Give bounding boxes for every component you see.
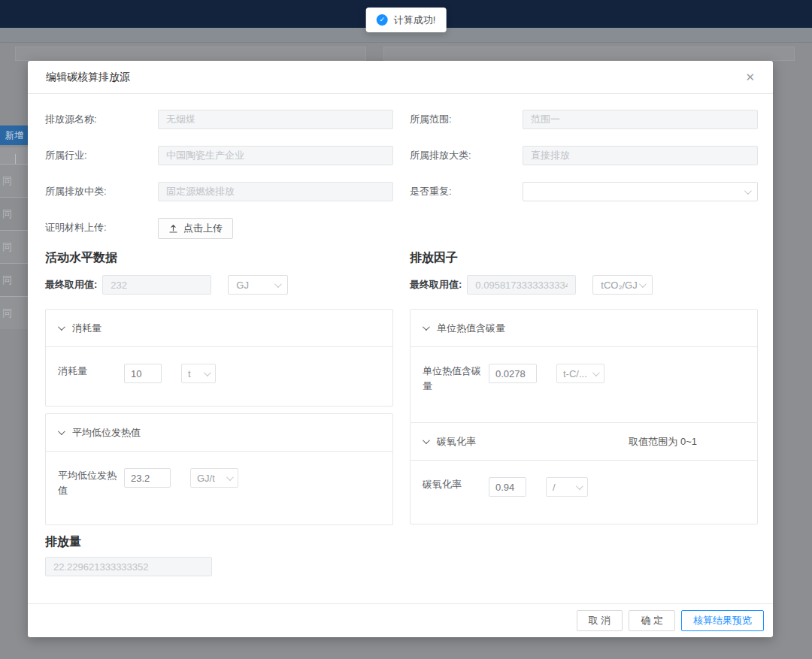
chevron-down-icon — [58, 428, 65, 435]
field-label: 所属排放大类: — [410, 146, 523, 165]
carbon-content-unit-select[interactable]: t-C/... — [556, 364, 604, 383]
chevron-down-icon — [204, 369, 211, 376]
consumption-panel: 消耗量 消耗量 t — [45, 309, 393, 407]
oxidation-rate-input[interactable] — [489, 477, 526, 497]
activity-section: 活动水平数据 最终取用值: GJ 消耗量 消耗量 — [45, 250, 393, 525]
upload-button-label: 点击上传 — [183, 222, 223, 235]
table-row: 同 — [0, 296, 28, 329]
carbon-content-input[interactable] — [489, 364, 537, 383]
unit-value: tCO₂/GJ — [601, 280, 637, 291]
edit-emission-source-modal: 编辑碳核算排放源 ✕ 排放源名称: 所属范围: 所属行业: 所属排放大类: 所属… — [28, 61, 773, 637]
carbon-content-panel-header[interactable]: 单位热值含碳量 — [411, 310, 757, 347]
form-grid: 排放源名称: 所属范围: 所属行业: 所属排放大类: 所属排放中类: 是否重复: — [45, 110, 758, 239]
factor-unit-select[interactable]: tCO₂/GJ — [592, 275, 653, 295]
field-duplicate: 是否重复: — [410, 182, 758, 201]
chevron-down-icon — [226, 473, 234, 481]
table-row: 同 — [0, 164, 28, 197]
oxidation-rate-panel-header[interactable]: 碳氧化率 取值范围为 0~1 — [411, 423, 757, 461]
heating-value-panel: 平均低位发热值 平均低位发热值 GJ/t — [45, 413, 393, 525]
factor-final-row: 最终取用值: tCO₂/GJ — [410, 275, 758, 295]
scope-input — [523, 110, 758, 129]
chevron-down-icon — [639, 280, 647, 288]
oxidation-rate-panel: 碳氧化率 取值范围为 0~1 碳氧化率 / — [410, 422, 758, 524]
chevron-down-icon — [744, 187, 752, 195]
modal-header: 编辑碳核算排放源 ✕ — [28, 61, 773, 94]
panel-title: 消耗量 — [72, 322, 102, 335]
unit-value: GJ/t — [197, 473, 215, 484]
row-label: 碳氧化率 — [423, 477, 489, 492]
row-text-fragment: 同 — [2, 274, 12, 287]
upload-icon — [168, 224, 178, 234]
consumption-input[interactable] — [124, 364, 162, 383]
row-label: 单位热值含碳量 — [423, 364, 489, 394]
activity-final-input — [102, 275, 211, 295]
row-text-fragment: 同 — [2, 240, 12, 254]
field-label: 所属范围: — [410, 110, 523, 129]
add-button-background[interactable]: 新增 — [0, 125, 29, 145]
field-label: 证明材料上传: — [45, 218, 158, 237]
toast-message: 计算成功! — [394, 14, 436, 27]
panel-title: 单位热值含碳量 — [437, 322, 505, 335]
success-toast: ✓ 计算成功! — [366, 8, 447, 32]
mid-category-input — [158, 182, 393, 201]
activity-heading: 活动水平数据 — [45, 250, 393, 266]
heating-value-panel-header[interactable]: 平均低位发热值 — [46, 414, 392, 452]
oxidation-rate-unit-select[interactable]: / — [546, 477, 588, 497]
factor-section: 排放因子 最终取用值: tCO₂/GJ 单位热值含碳量 单位热值含碳 — [410, 250, 758, 525]
panel-title: 碳氧化率 — [437, 435, 476, 449]
background-table-rows: 同 同 同 同 同 — [0, 164, 28, 329]
panel-body: 单位热值含碳量 t-C/... — [411, 347, 757, 410]
activity-unit-select[interactable]: GJ — [228, 275, 288, 295]
heating-value-input[interactable] — [124, 468, 171, 488]
consumption-unit-select[interactable]: t — [181, 364, 216, 383]
panel-body: 碳氧化率 / — [411, 461, 757, 513]
calculation-sections: 活动水平数据 最终取用值: GJ 消耗量 消耗量 — [45, 250, 758, 525]
panel-body: 消耗量 t — [46, 347, 392, 400]
table-row: 同 — [0, 197, 28, 230]
duplicate-select[interactable] — [523, 182, 758, 201]
chevron-down-icon — [576, 482, 583, 490]
field-source-name: 排放源名称: — [45, 110, 393, 129]
modal-body: 排放源名称: 所属范围: 所属行业: 所属排放大类: 所属排放中类: 是否重复: — [28, 94, 773, 603]
field-scope: 所属范围: — [410, 110, 758, 129]
final-value-label: 最终取用值: — [45, 278, 97, 292]
row-text-fragment: 同 — [2, 207, 12, 221]
field-mid-category: 所属排放中类: — [45, 182, 393, 201]
background-card-left — [15, 47, 366, 61]
factor-final-input — [467, 275, 576, 295]
unit-value: GJ — [236, 280, 249, 291]
table-row: 同 — [0, 230, 28, 263]
chevron-down-icon — [592, 369, 600, 376]
value-range-note: 取值范围为 0~1 — [629, 435, 745, 449]
row-text-fragment: 同 — [2, 307, 12, 320]
heating-value-unit-select[interactable]: GJ/t — [190, 468, 238, 488]
chevron-down-icon — [58, 323, 65, 331]
field-upload: 证明材料上传: 点击上传 — [45, 218, 393, 239]
emission-heading: 排放量 — [45, 534, 758, 550]
emission-value-input — [45, 557, 212, 576]
chevron-down-icon — [274, 280, 282, 288]
check-circle-icon: ✓ — [377, 14, 388, 26]
field-label: 是否重复: — [410, 182, 523, 201]
result-preview-button[interactable]: 核算结果预览 — [681, 610, 764, 631]
chevron-down-icon — [423, 437, 430, 444]
unit-value: t-C/... — [563, 368, 587, 379]
close-icon[interactable]: ✕ — [745, 71, 755, 83]
row-text-fragment: 同 — [2, 174, 12, 188]
upload-button[interactable]: 点击上传 — [158, 218, 233, 239]
row-label: 消耗量 — [58, 364, 124, 379]
consumption-panel-header[interactable]: 消耗量 — [46, 310, 392, 347]
unit-value: t — [188, 368, 191, 379]
industry-input — [158, 146, 393, 165]
ok-button[interactable]: 确 定 — [629, 610, 675, 631]
panel-title: 平均低位发热值 — [72, 426, 141, 440]
final-value-label: 最终取用值: — [410, 278, 462, 292]
panel-body: 平均低位发热值 GJ/t — [46, 452, 392, 515]
background-card-right — [383, 47, 795, 61]
activity-final-row: 最终取用值: GJ — [45, 275, 393, 295]
chevron-down-icon — [423, 323, 430, 331]
field-major-category: 所属排放大类: — [410, 146, 758, 165]
field-label: 所属行业: — [45, 146, 158, 165]
cancel-button[interactable]: 取 消 — [577, 610, 623, 631]
source-name-input — [158, 110, 393, 129]
